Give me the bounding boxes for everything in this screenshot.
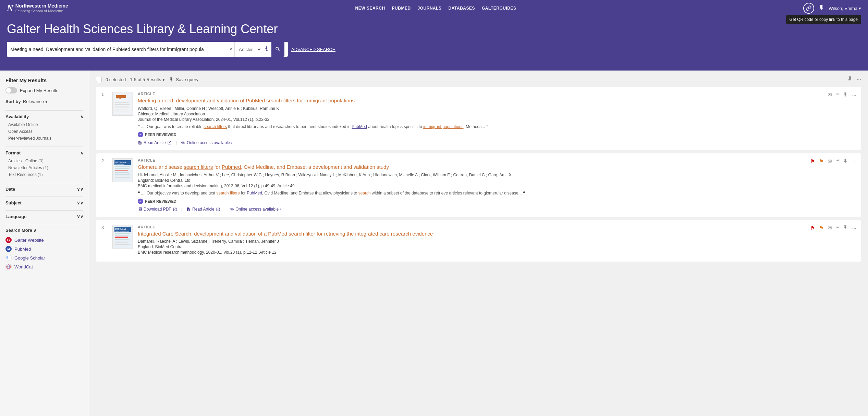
search-more-title[interactable]: Search More (5, 228, 83, 233)
search-clear-button[interactable]: × (227, 46, 234, 52)
subject-filter-title[interactable]: Subject ∨ (5, 200, 83, 205)
language-chevron: ∨ (77, 214, 83, 219)
download-pdf-link-2[interactable]: Download PDF (138, 207, 177, 212)
svg-rect-13 (115, 111, 130, 112)
language-filter-title[interactable]: Language ∨ (5, 214, 83, 219)
date-filter-title[interactable]: Date ∨ (5, 187, 83, 192)
save-query-button[interactable]: Save query (169, 77, 198, 82)
search-submit-button[interactable] (271, 42, 284, 57)
link-icon-button[interactable] (803, 3, 814, 14)
advanced-search-link[interactable]: ADVANCED SEARCH (291, 47, 335, 52)
svg-rect-35 (115, 244, 130, 245)
read-article-link-2[interactable]: Read Article (186, 207, 220, 212)
flag-red-button-3[interactable]: ⚑ (810, 224, 816, 232)
nav-new-search[interactable]: NEW SEARCH (355, 6, 385, 11)
more-button-1[interactable]: ··· (851, 91, 857, 99)
search-more-pubmed[interactable]: M PubMed (5, 244, 83, 253)
article-thumb-1: JLA (112, 92, 133, 116)
select-all-checkbox[interactable] (96, 77, 101, 82)
more-button-2[interactable]: ··· (851, 158, 857, 165)
subject-chevron: ∨ (77, 200, 83, 205)
format-filter-title[interactable]: Format (5, 150, 83, 155)
article-number-3: 3 (101, 225, 108, 257)
subject-filter: Subject ∨ (5, 200, 83, 205)
results-count[interactable]: 1-5 of 5 Results ▾ (130, 77, 165, 82)
svg-rect-18 (115, 166, 130, 167)
filter-title: Filter My Results (5, 77, 83, 83)
snippet-link-pubmed-1[interactable]: PubMed (352, 124, 367, 129)
email-button-2[interactable]: ✉ (827, 157, 833, 165)
article-card-3: 3 BMC Medical Research Methodology (96, 220, 861, 262)
nav-links: NEW SEARCH PUBMED JOURNALS DATABASES GAL… (355, 6, 516, 11)
nav-pubmed[interactable]: PUBMED (392, 6, 411, 11)
svg-rect-12 (115, 109, 127, 110)
article-thumb-2: BMC Medical Informatics and (112, 158, 133, 182)
filter-articles-online[interactable]: Articles - Online (3) (5, 157, 83, 164)
pin-button-2[interactable] (842, 158, 848, 165)
results-area: 0 selected 1-5 of 5 Results ▾ Save query… (89, 71, 868, 416)
sidebar: Filter My Results Expand My Results Sort… (0, 71, 89, 416)
email-button-1[interactable]: ✉ (827, 91, 833, 99)
toolbar-more-button[interactable]: ··· (857, 76, 861, 83)
search-more-google-scholar[interactable]: S Google Scholar (5, 253, 83, 262)
article-authors-3: Damarell, Raechel A ; Lewis, Suzanne ; T… (138, 239, 856, 244)
flag-orange-button-3[interactable]: ⚑ (818, 224, 824, 232)
cite-button-1[interactable]: ❝ (835, 91, 840, 99)
pin-button-3[interactable] (842, 224, 848, 231)
online-access-link-1[interactable]: Online access available › (181, 140, 232, 145)
search-more-galter[interactable]: G Galter Website (5, 236, 83, 244)
article-title-2[interactable]: Glomerular disease search filters for Pu… (138, 164, 856, 171)
search-input[interactable] (10, 47, 227, 52)
snippet-link-search-2[interactable]: search (358, 191, 371, 196)
email-button-3[interactable]: ✉ (827, 224, 833, 232)
flag-orange-button-2[interactable]: ⚑ (818, 157, 824, 165)
flag-red-button-2[interactable]: ⚑ (810, 157, 816, 165)
cite-button-2[interactable]: ❝ (835, 157, 840, 165)
nav-galterguides[interactable]: GALTERGUIDES (482, 6, 516, 11)
article-title-1[interactable]: Meeting a need: development and validati… (138, 97, 856, 104)
svg-text:Informatics and: Informatics and (115, 164, 124, 165)
article-card-actions-1: ✉ ❝ ··· (827, 91, 857, 99)
snippet-link-search-filters-1[interactable]: search filters (204, 124, 227, 129)
svg-rect-10 (115, 106, 128, 106)
snippet-link-pubmed-2[interactable]: PubMed (247, 191, 262, 196)
svg-rect-19 (115, 168, 129, 169)
snippet-link-search-filters-2[interactable]: search filters (216, 191, 240, 196)
svg-text:BMC Medical: BMC Medical (115, 161, 126, 163)
article-authors-1: Wafford, Q. Eileen ; Miller, Corinne H ;… (138, 106, 856, 111)
article-title-3[interactable]: Integrated Care Search: development and … (138, 230, 856, 237)
mic-button[interactable] (262, 45, 271, 54)
svg-rect-7 (115, 101, 130, 101)
filter-peer-reviewed[interactable]: Peer-reviewed Journals (5, 135, 83, 142)
nav-journals[interactable]: JOURNALS (418, 6, 442, 11)
cite-button-3[interactable]: ❝ (835, 224, 840, 232)
article-type-3: ARTICLE (138, 225, 856, 229)
nav-databases[interactable]: DATABASES (449, 6, 475, 11)
nav-pin-button[interactable] (818, 4, 824, 12)
availability-filter-title[interactable]: Availability (5, 114, 83, 119)
read-article-link-1[interactable]: Read Article (138, 140, 172, 145)
article-type-2: ARTICLE (138, 158, 856, 162)
search-type-select[interactable]: Articles All (234, 42, 262, 57)
site-logo: N Northwestern Medicine Feinberg School … (7, 3, 68, 13)
filter-text-resources[interactable]: Text Resources (1) (5, 171, 83, 178)
toolbar-pin-button[interactable] (847, 76, 853, 83)
language-filter: Language ∨ (5, 214, 83, 219)
pin-button-1[interactable] (842, 91, 848, 99)
snippet-link-immigrant-1[interactable]: immigrant populations (423, 124, 463, 129)
online-access-link-2[interactable]: Online access available › (230, 207, 281, 212)
search-more-worldcat[interactable]: WorldCat (5, 262, 83, 271)
filter-newsletter-articles[interactable]: Newsletter Articles (1) (5, 164, 83, 171)
sort-select[interactable]: Relevance ▾ (23, 99, 48, 104)
article-source-2: England: BioMed Central Ltd (138, 178, 856, 183)
expand-toggle[interactable] (5, 87, 17, 93)
filter-available-online[interactable]: Available Online (5, 121, 83, 128)
svg-text:S: S (6, 256, 8, 259)
format-chevron (80, 150, 83, 155)
user-menu[interactable]: Wilson, Emma ▾ (829, 6, 861, 11)
more-button-3[interactable]: ··· (851, 224, 857, 231)
pubmed-icon: M (5, 246, 12, 252)
article-snippet-1: ❝ .... Our goal was to create reliable s… (138, 124, 856, 130)
filter-open-access[interactable]: Open Access (5, 128, 83, 135)
article-source-3: England: BioMed Central (138, 244, 856, 249)
